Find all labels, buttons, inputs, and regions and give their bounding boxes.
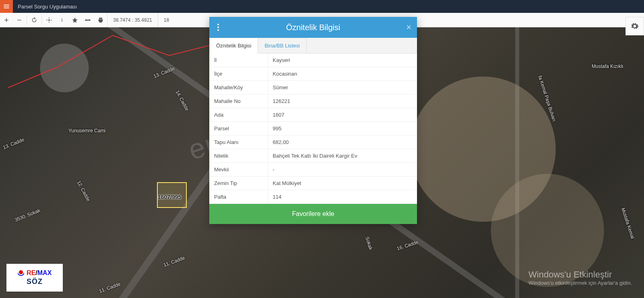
poi-label: Yunusemre Cami bbox=[68, 128, 105, 134]
tab-attribute-info[interactable]: Öznitelik Bilgisi bbox=[209, 38, 258, 53]
table-row: Pafta114 bbox=[209, 190, 417, 204]
street-label: Sokak bbox=[364, 236, 374, 251]
logo-re: RE bbox=[27, 269, 35, 276]
attr-key: Mahalle No bbox=[209, 95, 268, 108]
info-icon bbox=[59, 17, 65, 23]
attr-key: İl bbox=[209, 53, 268, 67]
boundary-line bbox=[8, 27, 209, 96]
add-favorite-button[interactable]: Favorilere ekle bbox=[209, 204, 417, 224]
app-title: Parsel Sorgu Uygulaması bbox=[13, 4, 77, 10]
ruler-icon bbox=[85, 17, 91, 23]
street-label: 13. Cadde bbox=[2, 137, 25, 150]
modal-menu-button[interactable] bbox=[215, 20, 221, 35]
attr-value: 1607 bbox=[268, 108, 417, 122]
attr-key: Ada bbox=[209, 108, 268, 122]
windows-activation-overlay: Windows'u Etkinleştir Windows'u etkinleş… bbox=[528, 269, 632, 286]
attr-value: Kayseri bbox=[268, 53, 417, 67]
menu-button[interactable] bbox=[0, 0, 13, 13]
parcel-label: 1607/995 bbox=[158, 194, 181, 200]
refresh-button[interactable] bbox=[28, 13, 41, 27]
favorite-button[interactable] bbox=[68, 13, 81, 27]
attr-value: - bbox=[268, 163, 417, 177]
table-row: Parsel995 bbox=[209, 122, 417, 136]
zoom-level-display: 18 bbox=[158, 13, 175, 27]
table-row: Zemin TipKat Mülkiyet bbox=[209, 177, 417, 190]
plus-icon bbox=[3, 17, 10, 23]
attr-key: Parsel bbox=[209, 122, 268, 136]
attribute-table: İlKayseriİlçeKocasinanMahalle/KöySümerMa… bbox=[209, 53, 417, 204]
measure-button[interactable] bbox=[81, 13, 94, 27]
modal-tabs: Öznitelik Bilgisi Bina/BB Listesi bbox=[209, 38, 417, 53]
table-row: İlKayseri bbox=[209, 53, 417, 67]
brand-logo: RE/MAX SÖZ bbox=[6, 264, 63, 292]
modal-close-button[interactable]: × bbox=[406, 23, 411, 32]
attr-key: Zemin Tip bbox=[209, 177, 268, 190]
attr-value: Bahçeli Tek Katlı İki Daireli Kargir Ev bbox=[268, 149, 417, 163]
settings-button[interactable] bbox=[625, 17, 644, 35]
attr-value: 995 bbox=[268, 122, 417, 136]
refresh-icon bbox=[31, 17, 37, 23]
star-icon bbox=[72, 17, 78, 23]
poi-label: Mustafa Kızıklı bbox=[592, 64, 623, 69]
table-row: Tapu Alanı682,00 bbox=[209, 136, 417, 149]
attr-value: 682,00 bbox=[268, 136, 417, 149]
attribute-info-modal: Öznitelik Bilgisi × Öznitelik Bilgisi Bi… bbox=[209, 17, 417, 224]
street-label: Mustafa Kemal bbox=[620, 207, 636, 239]
attr-value: Kocasinan bbox=[268, 67, 417, 81]
modal-header: Öznitelik Bilgisi × bbox=[209, 17, 417, 38]
app-header: Parsel Sorgu Uygulaması bbox=[0, 0, 644, 13]
attr-key: Pafta bbox=[209, 190, 268, 204]
table-row: Ada1607 bbox=[209, 108, 417, 122]
minus-icon bbox=[16, 17, 23, 23]
attr-value: Sümer bbox=[268, 81, 417, 95]
locate-button[interactable] bbox=[43, 13, 56, 27]
attr-value: Kat Mülkiyet bbox=[268, 177, 417, 190]
info-button[interactable] bbox=[56, 13, 68, 27]
street-label: 3530. Sokak bbox=[14, 208, 41, 223]
table-row: Mahalle/KöySümer bbox=[209, 81, 417, 95]
separator bbox=[41, 15, 42, 25]
street-label: 16. Cadde bbox=[396, 239, 419, 251]
attr-key: İlçe bbox=[209, 67, 268, 81]
table-row: İlçeKocasinan bbox=[209, 67, 417, 81]
table-row: NitelikBahçeli Tek Katlı İki Daireli Kar… bbox=[209, 149, 417, 163]
windows-activation-subtitle: Windows'u etkinleştirmek için Ayarlar'a … bbox=[528, 280, 632, 286]
tab-bina-list[interactable]: Bina/BB Listesi bbox=[258, 38, 306, 53]
separator bbox=[27, 15, 27, 25]
street-label: 13. Cadde bbox=[153, 66, 175, 79]
street-label: 11. Cadde bbox=[98, 281, 121, 294]
modal-title: Öznitelik Bilgisi bbox=[286, 23, 340, 32]
table-row: Mevkii- bbox=[209, 163, 417, 177]
balloon-icon bbox=[18, 269, 24, 277]
attr-value: 126221 bbox=[268, 95, 417, 108]
table-row: Mahalle No126221 bbox=[209, 95, 417, 108]
attr-key: Tapu Alanı bbox=[209, 136, 268, 149]
gear-icon bbox=[631, 22, 639, 30]
coordinates-display: 38.7474 : 35.4821 bbox=[107, 13, 158, 27]
svg-point-0 bbox=[48, 19, 50, 21]
street-label: fa Kemal Paşa Bulvarı bbox=[537, 75, 557, 122]
street-label: 14. Cadde bbox=[175, 89, 190, 111]
logo-max: MAX bbox=[37, 269, 52, 276]
zoom-in-button[interactable] bbox=[0, 13, 13, 27]
street-label: 11. Cadde bbox=[163, 255, 186, 268]
attr-value: 114 bbox=[268, 190, 417, 204]
attr-key: Nitelik bbox=[209, 149, 268, 163]
logo-soz: SÖZ bbox=[27, 277, 43, 286]
attr-key: Mevkii bbox=[209, 163, 268, 177]
crosshair-icon bbox=[46, 17, 52, 23]
attr-key: Mahalle/Köy bbox=[209, 81, 268, 95]
street-label: 12. Cadde bbox=[76, 180, 91, 202]
zoom-out-button[interactable] bbox=[13, 13, 26, 27]
print-icon bbox=[97, 17, 104, 23]
hamburger-icon bbox=[3, 3, 10, 10]
windows-activation-title: Windows'u Etkinleştir bbox=[528, 269, 632, 280]
print-button[interactable] bbox=[94, 13, 107, 27]
svg-point-1 bbox=[62, 18, 62, 19]
